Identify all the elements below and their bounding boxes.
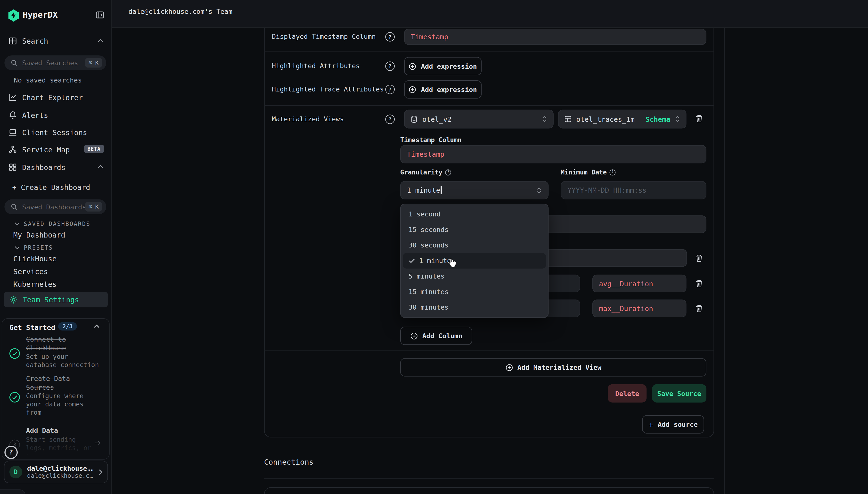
dropdown-option[interactable]: 15 minutes	[401, 284, 548, 300]
sidebar-collapse-icon[interactable]	[95, 11, 104, 19]
group-saved-dashboards[interactable]: SAVED DASHBOARDS	[14, 220, 90, 227]
help-icon[interactable]: ?	[445, 169, 451, 175]
delete-source-button[interactable]: Delete	[608, 384, 647, 402]
app-canvas: HyperDX Search Saved Searches ⌘ K No sav…	[0, 0, 868, 494]
hyperdx-app: HyperDX Search Saved Searches ⌘ K No sav…	[0, 0, 868, 494]
chevron-up-icon[interactable]	[98, 38, 103, 42]
sidebar-item-service-map[interactable]: Service Map	[8, 145, 70, 154]
get-started-step[interactable]: Connect to ClickHouse Set up your databa…	[26, 336, 99, 369]
circle-plus-icon	[409, 86, 417, 93]
service-map-icon	[8, 145, 17, 154]
page-title: dale@clickhouse.com's Team	[128, 8, 232, 16]
shortcut-badge: ⌘ K	[85, 58, 102, 68]
sidebar-item-client-sessions[interactable]: Client Sessions	[8, 128, 87, 137]
add-column-button[interactable]: Add Column	[400, 327, 472, 345]
group-presets[interactable]: PRESETS	[14, 244, 53, 251]
help-icon[interactable]: ?	[385, 61, 395, 71]
connections-title: Connections	[264, 457, 313, 466]
dropdown-option[interactable]: 30 minutes	[401, 300, 548, 315]
get-started-progress-badge: 2/3	[58, 322, 77, 330]
saved-dashboards-input[interactable]: Saved Dashboards ⌘ K	[4, 199, 106, 214]
sidebar-item-search[interactable]: Search	[8, 37, 48, 45]
sidebar-item-label: Alerts	[22, 111, 48, 119]
chevron-down-icon	[14, 222, 20, 226]
delete-column-icon[interactable]	[695, 253, 704, 263]
saved-searches-input[interactable]: Saved Searches ⌘ K	[4, 55, 106, 70]
mv-database-select[interactable]: otel_v2	[404, 110, 554, 129]
timestamp-column-label: Timestamp Column	[400, 136, 462, 144]
sidebar-item-label: Service Map	[22, 145, 70, 154]
dropdown-option[interactable]: 15 seconds	[401, 222, 548, 238]
plus-icon: +	[12, 183, 21, 191]
get-started-card: Get Started 2/3 Connect to ClickHouse Se…	[2, 318, 110, 459]
mv-column-alias-input[interactable]: avg__Duration	[593, 275, 687, 292]
chevron-up-icon[interactable]	[94, 324, 100, 328]
help-icon[interactable]: ?	[385, 85, 395, 94]
divider	[264, 350, 714, 351]
avatar: D	[9, 466, 22, 478]
schema-link[interactable]: Schema	[645, 115, 670, 123]
add-expression-button[interactable]: Add expression	[404, 57, 482, 75]
topbar: dale@clickhouse.com's Team	[112, 0, 868, 28]
sidebar-item-label: Chart Explorer	[22, 93, 83, 102]
help-button[interactable]: ?	[4, 446, 18, 459]
mv-table-select[interactable]: otel_traces_1m Schema	[558, 110, 686, 129]
bell-icon	[8, 111, 17, 120]
minimum-date-label: Minimum Date?	[561, 168, 616, 176]
chevron-right-icon	[98, 469, 103, 475]
laptop-icon	[8, 128, 17, 137]
corner-popover-edge	[0, 489, 25, 494]
sidebar-item-clickhouse[interactable]: ClickHouse	[13, 255, 57, 263]
step-done-icon	[9, 348, 21, 359]
saved-dashboards-placeholder: Saved Dashboards	[22, 203, 85, 211]
help-icon[interactable]: ?	[385, 115, 395, 124]
displayed-timestamp-input[interactable]: Timestamp	[404, 29, 707, 45]
search-section-icon	[8, 37, 17, 45]
help-icon[interactable]: ?	[385, 32, 395, 41]
user-menu[interactable]: D dale@clickhouse.… dale@clickhouse.c…	[4, 461, 108, 483]
create-dashboard-button[interactable]: + Create Dashboard	[12, 183, 90, 191]
sidebar-item-label: Team Settings	[23, 295, 79, 304]
search-icon	[11, 203, 18, 210]
sidebar-item-my-dashboard[interactable]: My Dashboard	[13, 231, 65, 239]
help-icon[interactable]: ?	[610, 169, 616, 175]
user-name: dale@clickhouse.…	[27, 464, 93, 472]
gear-icon	[9, 295, 18, 304]
divider	[264, 478, 714, 479]
grid-icon	[8, 163, 17, 172]
granularity-input[interactable]: 1 minute	[400, 181, 549, 199]
settings-content: Displayed Timestamp Column ? Timestamp H…	[112, 28, 725, 494]
materialized-views-label: Materialized Views	[272, 115, 344, 123]
updown-icon	[675, 115, 680, 123]
add-materialized-view-button[interactable]: Add Materialized View	[400, 358, 707, 376]
dropdown-option[interactable]: 5 minutes	[401, 269, 548, 284]
step-done-icon	[9, 392, 21, 403]
delete-column-icon[interactable]	[695, 279, 704, 288]
sidebar-item-team-settings[interactable]: Team Settings	[4, 292, 108, 307]
brand-title: HyperDX	[23, 10, 58, 20]
add-source-button[interactable]: + Add source	[642, 415, 704, 433]
hyperdx-logo-icon[interactable]	[8, 10, 19, 22]
save-source-button[interactable]: Save Source	[652, 384, 707, 402]
sidebar-item-kubernetes[interactable]: Kubernetes	[13, 280, 57, 288]
dropdown-option[interactable]: 30 seconds	[401, 238, 548, 253]
sidebar-item-alerts[interactable]: Alerts	[8, 111, 48, 120]
delete-mv-icon[interactable]	[695, 114, 704, 124]
connections-card	[264, 487, 714, 494]
chevron-up-icon[interactable]	[98, 165, 103, 169]
add-expression-button[interactable]: Add expression	[404, 80, 482, 98]
delete-column-icon[interactable]	[695, 304, 704, 314]
get-started-step[interactable]: Create Data Sources Configure where your…	[26, 375, 83, 417]
sidebar-item-dashboards[interactable]: Dashboards	[8, 163, 65, 172]
sidebar-item-services[interactable]: Services	[13, 267, 48, 276]
circle-plus-icon	[505, 363, 513, 371]
user-email: dale@clickhouse.c…	[27, 472, 93, 479]
minimum-date-input[interactable]: YYYY-MM-DD HH:mm:ss	[561, 181, 707, 199]
mv-column-alias-input[interactable]: max__Duration	[593, 300, 687, 317]
sidebar-item-chart-explorer[interactable]: Chart Explorer	[8, 93, 83, 102]
circle-plus-icon	[409, 62, 417, 70]
dropdown-option-selected[interactable]: 1 minute	[403, 253, 546, 269]
mv-timestamp-input[interactable]: Timestamp	[400, 145, 707, 163]
no-saved-searches-text: No saved searches	[14, 76, 82, 84]
dropdown-option[interactable]: 1 second	[401, 207, 548, 222]
